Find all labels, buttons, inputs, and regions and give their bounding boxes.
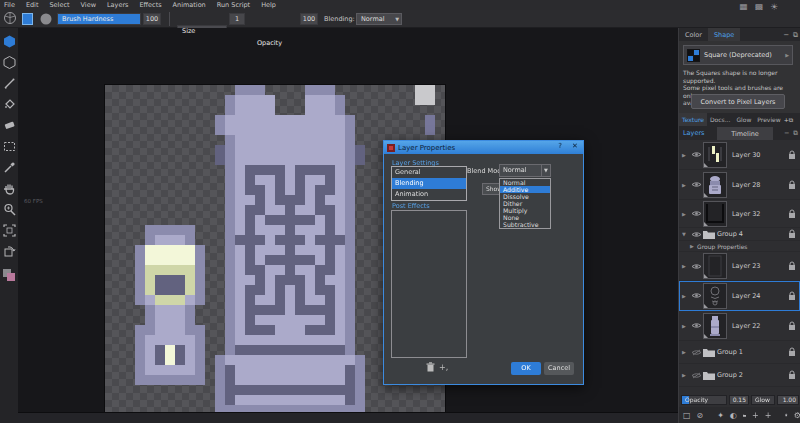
expand-arrow-icon[interactable]: ▶	[679, 293, 689, 299]
dialog-titlebar[interactable]: Layer Properties ? ✕	[384, 141, 583, 154]
frame-crop-tool[interactable]	[2, 223, 16, 237]
tab-texture[interactable]: Texture	[679, 113, 707, 126]
hexagon-outline-tool[interactable]	[2, 55, 16, 69]
tab-timeline[interactable]: Timeline	[717, 127, 773, 140]
menu-animation[interactable]: Animation	[173, 1, 206, 9]
pencil-tool[interactable]	[2, 76, 16, 90]
color-swatch-button[interactable]	[22, 13, 33, 25]
layer-thumbnail[interactable]	[703, 201, 727, 227]
menu-edit[interactable]: Edit	[26, 1, 39, 9]
convert-to-pixel-layers-button[interactable]: Convert to Pixel Layers	[691, 94, 785, 109]
visibility-eye-icon[interactable]	[689, 263, 703, 270]
visibility-eye-icon[interactable]	[689, 181, 703, 188]
layer-thumbnail[interactable]	[703, 313, 727, 339]
lock-icon[interactable]	[788, 150, 796, 160]
tab-color[interactable]: Color	[679, 28, 708, 41]
group-row-group-2[interactable]: ▶ Group 2	[679, 364, 800, 387]
lock-icon[interactable]	[788, 347, 796, 357]
disable-icon[interactable]: ⊘	[697, 411, 704, 420]
visibility-eye-icon[interactable]	[689, 231, 703, 238]
marquee-select-tool[interactable]	[2, 139, 16, 153]
ok-button[interactable]: OK	[511, 362, 541, 375]
float-panel-icon[interactable]: ⧉	[789, 116, 793, 123]
tab-glow[interactable]: Glow	[733, 113, 754, 126]
minimize-icon[interactable]: −	[783, 31, 789, 39]
layer-opacity-value[interactable]: 0.15	[729, 395, 749, 405]
menu-help[interactable]: Help	[261, 1, 276, 9]
collapse-arrow-icon[interactable]: ▼	[679, 231, 689, 237]
post-effects-list[interactable]	[391, 210, 467, 358]
minimize-icon[interactable]: −	[784, 129, 789, 137]
blend-option-dissolve[interactable]: Dissolve	[500, 193, 550, 200]
float-panel-icon[interactable]: ⧉	[793, 129, 798, 137]
blend-mode-dropdown[interactable]: Normal ▼	[499, 164, 551, 177]
layer-row-layer-22[interactable]: ▶ Layer 22	[679, 311, 800, 341]
expand-arrow-icon[interactable]: ▶	[687, 243, 697, 249]
layer-thumbnail[interactable]	[703, 142, 727, 168]
size-value[interactable]: 1	[229, 13, 245, 25]
group-properties-label[interactable]: Group Properties	[697, 243, 748, 250]
settings-item-animation[interactable]: Animation	[392, 189, 466, 200]
settings-item-general[interactable]: General	[392, 167, 466, 178]
add-effect-icon[interactable]: +,	[439, 363, 448, 372]
layer-glow-slider[interactable]: Glow	[751, 395, 775, 405]
visibility-eye-icon[interactable]	[689, 151, 703, 158]
blend-option-subtractive[interactable]: Subtractive	[500, 221, 550, 228]
transform-rotate-tool[interactable]	[2, 244, 16, 258]
group-properties-row[interactable]: ▶ Group Properties	[679, 241, 800, 252]
menu-effects[interactable]: Effects	[140, 1, 162, 9]
settings-gear-icon[interactable]: ⚙	[794, 411, 800, 420]
zoom-tool[interactable]	[2, 202, 16, 216]
layer-thumbnail[interactable]	[703, 283, 727, 309]
add-layer-icon[interactable]: +	[752, 411, 759, 420]
add-layer-alt-icon[interactable]: +	[765, 411, 772, 420]
hand-pan-tool[interactable]	[2, 181, 16, 195]
brush-hardness-slider[interactable]: Brush Hardness	[57, 13, 141, 25]
lock-icon[interactable]	[788, 180, 796, 190]
settings-item-blending-selected[interactable]: Blending	[392, 178, 466, 189]
eraser-tool[interactable]	[2, 118, 16, 132]
expand-arrow-icon[interactable]: ▶	[679, 182, 689, 188]
visibility-eye-icon[interactable]	[689, 322, 703, 329]
cancel-button[interactable]: Cancel	[544, 362, 574, 375]
eyedropper-tool[interactable]	[2, 160, 16, 174]
lock-icon[interactable]	[788, 321, 796, 331]
lock-icon[interactable]	[788, 209, 796, 219]
layer-row-layer-24-selected[interactable]: ▶ Layer 24	[679, 281, 800, 311]
lock-icon[interactable]	[788, 291, 796, 301]
lock-icon[interactable]	[788, 261, 796, 271]
adjustment-icon[interactable]: ◐	[730, 411, 737, 420]
hexagon-brush-tool-active[interactable]	[2, 34, 16, 48]
visibility-eye-icon[interactable]	[689, 210, 703, 217]
tab-preview[interactable]: Preview	[754, 113, 783, 126]
new-group-folder-icon[interactable]	[743, 411, 746, 420]
layer-thumbnail[interactable]	[703, 172, 727, 198]
menu-layers[interactable]: Layers	[107, 1, 129, 9]
blending-dropdown[interactable]: Normal▼	[356, 13, 402, 25]
blend-option-dither[interactable]: Dither	[500, 200, 550, 207]
expand-arrow-icon[interactable]: ▶	[679, 323, 689, 329]
close-icon[interactable]: ✕	[570, 142, 580, 150]
menu-file[interactable]: File	[4, 1, 15, 9]
blend-option-multiply[interactable]: Multiply	[500, 207, 550, 214]
delete-trash-icon[interactable]	[426, 362, 435, 372]
menu-view[interactable]: View	[81, 1, 96, 9]
menu-select[interactable]: Select	[49, 1, 69, 9]
tab-shape[interactable]: Shape	[708, 28, 740, 41]
blend-option-additive-highlighted[interactable]: Additive	[500, 186, 550, 193]
lock-icon[interactable]	[788, 229, 796, 239]
layer-row-layer-32[interactable]: ▶ Layer 32	[679, 200, 800, 228]
visibility-eye-icon[interactable]	[689, 372, 703, 379]
delete-trash-icon[interactable]	[785, 410, 787, 420]
layer-opacity-slider[interactable]: Opacity	[681, 395, 727, 405]
expand-arrow-icon[interactable]: ▶	[679, 152, 689, 158]
lock-icon[interactable]	[788, 370, 796, 380]
fill-bucket-tool[interactable]	[2, 97, 16, 111]
visibility-eye-icon[interactable]	[689, 349, 703, 356]
brush-hardness-value[interactable]: 100	[143, 13, 161, 25]
brush-shape-icon[interactable]	[3, 12, 17, 24]
layer-row-layer-28[interactable]: ▶ Layer 28	[679, 170, 800, 200]
shape-selector[interactable]: Square (Deprecated) ▶	[683, 45, 793, 65]
expand-arrow-icon[interactable]: ▶	[679, 211, 689, 217]
expand-arrow-icon[interactable]: ▶	[679, 372, 689, 378]
